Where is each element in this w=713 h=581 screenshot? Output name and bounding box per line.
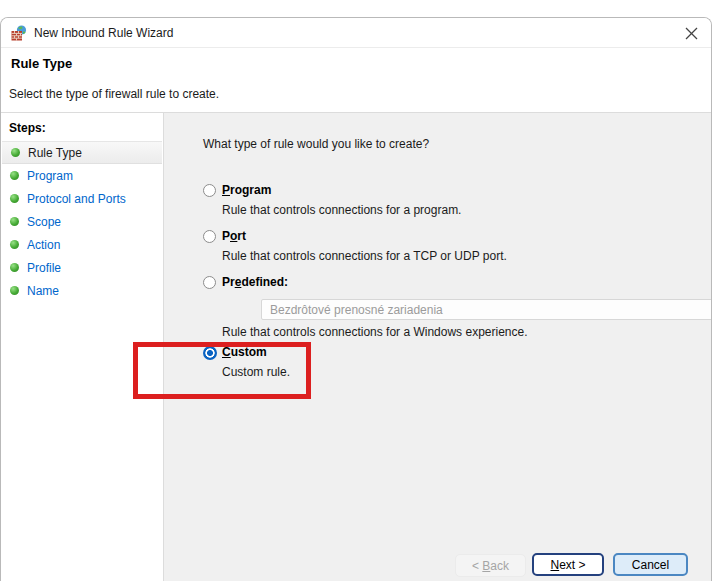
main-content: What type of rule would you like to crea…	[164, 112, 711, 581]
cancel-button[interactable]: Cancel	[613, 553, 688, 576]
firewall-icon	[11, 25, 27, 41]
radio-custom-label[interactable]: Custom	[222, 345, 267, 359]
screenshot-stage: New Inbound Rule Wizard Rule Type Select…	[0, 0, 713, 581]
radio-predefined-description: Rule that controls connections for a Win…	[222, 325, 528, 339]
step-bullet-icon	[10, 263, 19, 272]
wizard-body: Steps: Rule Type Program Protocol and Po…	[1, 112, 711, 581]
radio-program[interactable]	[203, 184, 216, 197]
step-bullet-icon	[11, 148, 20, 157]
step-item-program[interactable]: Program	[1, 164, 163, 187]
step-item-rule-type[interactable]: Rule Type	[2, 141, 162, 164]
wizard-page-header: Rule Type Select the type of firewall ru…	[1, 48, 711, 111]
predefined-rule-dropdown-value: Bezdrôtové prenosné zariadenia	[270, 303, 443, 317]
radio-port-label[interactable]: Port	[222, 229, 246, 243]
step-item-action[interactable]: Action	[1, 233, 163, 256]
step-bullet-icon	[10, 240, 19, 249]
radio-predefined[interactable]	[203, 276, 216, 289]
step-item-name[interactable]: Name	[1, 279, 163, 302]
question-text: What type of rule would you like to crea…	[203, 137, 429, 151]
steps-heading: Steps:	[1, 113, 163, 141]
new-inbound-rule-wizard-dialog: New Inbound Rule Wizard Rule Type Select…	[0, 17, 712, 581]
step-bullet-icon	[10, 217, 19, 226]
close-icon	[685, 27, 698, 40]
title-bar: New Inbound Rule Wizard	[1, 18, 711, 48]
step-bullet-icon	[10, 194, 19, 203]
radio-predefined-label[interactable]: Predefined:	[222, 275, 288, 289]
predefined-rule-dropdown: Bezdrôtové prenosné zariadenia	[261, 299, 712, 320]
radio-program-description: Rule that controls connections for a pro…	[222, 203, 461, 217]
step-item-protocol-and-ports[interactable]: Protocol and Ports	[1, 187, 163, 210]
close-button[interactable]	[677, 20, 705, 46]
radio-port[interactable]	[203, 230, 216, 243]
page-subtitle: Select the type of firewall rule to crea…	[9, 87, 219, 101]
step-bullet-icon	[10, 286, 19, 295]
steps-panel: Steps: Rule Type Program Protocol and Po…	[1, 112, 164, 581]
radio-port-description: Rule that controls connections for a TCP…	[222, 249, 507, 263]
page-title: Rule Type	[11, 56, 72, 71]
radio-program-label[interactable]: Program	[222, 183, 271, 197]
next-button[interactable]: Next >	[532, 553, 604, 576]
radio-custom[interactable]	[203, 346, 217, 360]
back-button: < Back	[455, 554, 526, 577]
step-item-profile[interactable]: Profile	[1, 256, 163, 279]
step-item-scope[interactable]: Scope	[1, 210, 163, 233]
radio-custom-description: Custom rule.	[222, 365, 290, 379]
step-bullet-icon	[10, 171, 19, 180]
window-title: New Inbound Rule Wizard	[34, 26, 173, 40]
